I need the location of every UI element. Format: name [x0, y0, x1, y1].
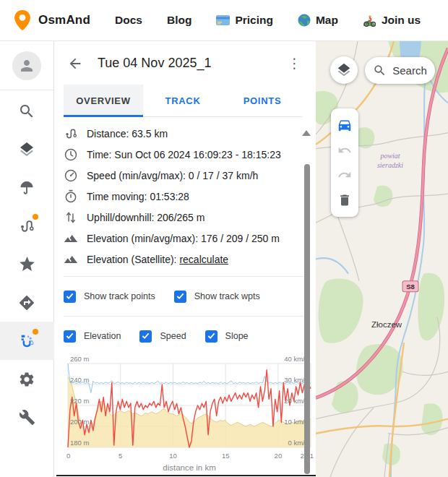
check-icon: [176, 293, 184, 300]
show-track-wpts-checkbox[interactable]: [174, 291, 186, 303]
speed-checkbox[interactable]: [139, 330, 152, 343]
globe-icon: [298, 14, 311, 27]
stat-distance: Distance: 63.5 km: [64, 123, 294, 144]
route-icon: [18, 218, 35, 235]
delete-button[interactable]: [334, 189, 356, 211]
brand-name: OsmAnd: [38, 13, 90, 27]
stat-speed: Speed (min/avg/max): 0 / 17 / 37 km/h: [64, 165, 294, 186]
elevation-speed-slope-chart[interactable]: 260 m40 km/h240 m30 km/h220 m20 km/h200 …: [64, 356, 315, 462]
divider: [64, 276, 303, 277]
tab-track[interactable]: TRACK: [143, 85, 223, 116]
sidebar-item-search[interactable]: [0, 92, 54, 130]
check-icon: [207, 332, 215, 340]
tab-overview[interactable]: OVERVIEW: [64, 85, 143, 116]
road-badge-s8: S8: [402, 281, 418, 292]
nav-map[interactable]: Map: [298, 14, 338, 27]
stat-uphill-downhill: Uphill/downhill: 206/265 m: [64, 207, 294, 228]
mountain-icon: [64, 231, 78, 246]
toggle-show-track-points: Show track points: [64, 291, 155, 303]
stat-speed-text: Speed (min/avg/max): 0 / 17 / 37 km/h: [87, 170, 258, 181]
stat-time-text: Time: Sun Oct 06 2024 16:09:23 - 18:15:2…: [87, 149, 281, 160]
track-display-toggles: Show track points Show track wpts: [64, 283, 294, 309]
layers-icon: [336, 62, 352, 78]
redo-button[interactable]: [334, 164, 356, 186]
map-canvas[interactable]: S8 powiat sieradzki Złoczew: [316, 41, 448, 477]
stat-elevation-satellite-text: Elevation (Satellite): recalculate: [87, 254, 228, 265]
sidebar-item-tracks[interactable]: [0, 207, 54, 245]
svg-text:20: 20: [275, 452, 283, 460]
stat-elevation-satellite-label: Elevation (Satellite):: [87, 254, 179, 265]
sidebar-item-tools[interactable]: [0, 398, 54, 437]
nav-pricing[interactable]: Pricing: [216, 14, 273, 27]
check-icon: [142, 332, 150, 340]
scrollbar-up-arrow[interactable]: [302, 130, 311, 136]
speedometer-icon: [64, 168, 78, 183]
sidebar-item-favorites[interactable]: [0, 245, 54, 283]
show-track-points-label: Show track points: [84, 291, 155, 301]
sidebar-item-settings[interactable]: [0, 360, 54, 398]
search-icon: [18, 103, 35, 120]
track-chart[interactable]: 260 m40 km/h240 m30 km/h220 m20 km/h200 …: [64, 356, 294, 472]
scrollbar-thumb[interactable]: [304, 164, 310, 474]
svg-text:240 m: 240 m: [70, 376, 89, 384]
wrench-icon: [19, 409, 35, 426]
back-button[interactable]: [66, 54, 85, 73]
show-track-points-checkbox[interactable]: [64, 291, 76, 303]
account-avatar[interactable]: [12, 51, 41, 80]
map-layers-button[interactable]: [330, 56, 358, 84]
nav-map-label: Map: [316, 14, 338, 27]
sidebar-item-layers[interactable]: [0, 130, 54, 168]
toggle-elevation: Elevation: [64, 330, 121, 343]
toggle-show-track-wpts: Show track wpts: [174, 291, 260, 303]
chart-x-axis-label: distance in km: [64, 463, 315, 472]
map-search-button[interactable]: Search: [365, 57, 435, 84]
left-sidebar: [0, 41, 54, 477]
nav-join-us-label: Join us: [382, 14, 421, 27]
navigation-profile-button[interactable]: [334, 114, 356, 136]
track-title: Tue 04 Nov 2025_1: [98, 56, 283, 71]
directions-icon: [18, 294, 35, 311]
star-icon: [18, 255, 36, 273]
cyclist-icon: [363, 14, 376, 27]
nav-docs-label: Docs: [115, 14, 142, 27]
person-icon: [18, 57, 35, 74]
svg-text:200 m: 200 m: [70, 418, 89, 426]
brand[interactable]: OsmAnd: [13, 9, 90, 31]
elevation-label: Elevation: [84, 331, 121, 341]
stat-distance-text: Distance: 63.5 km: [87, 128, 168, 139]
map-edit-toolbar: [331, 108, 358, 217]
speed-label: Speed: [160, 331, 186, 341]
map-search-label: Search: [392, 64, 427, 77]
svg-text:220 m: 220 m: [70, 397, 89, 405]
tab-bar: OVERVIEW TRACK POINTS: [64, 85, 302, 117]
recalculate-link[interactable]: recalculate: [179, 254, 228, 265]
svg-text:0: 0: [66, 452, 70, 460]
map-view[interactable]: S8 powiat sieradzki Złoczew Search: [316, 41, 448, 477]
sidebar-item-navigation[interactable]: [0, 283, 54, 322]
trash-icon: [337, 193, 352, 207]
more-options-button[interactable]: ⋮: [283, 55, 306, 72]
tracks-badge-dot: [33, 214, 38, 220]
top-navbar: OsmAnd Docs Blog Pricing Map: [0, 0, 448, 41]
umbrella-icon: [18, 179, 35, 197]
nav-join-us[interactable]: Join us: [363, 14, 421, 27]
undo-button[interactable]: [334, 139, 356, 161]
sidebar-item-weather[interactable]: [0, 168, 54, 207]
stat-time-moving: Time moving: 01:53:28: [64, 186, 294, 207]
sidebar-item-cloud-tracks[interactable]: [0, 322, 54, 360]
stat-elevation-text: Elevation (min/avg/max): 176 / 209 / 250…: [87, 233, 280, 244]
stat-elevation: Elevation (min/avg/max): 176 / 209 / 250…: [64, 228, 294, 249]
elevation-checkbox[interactable]: [64, 330, 76, 343]
s8-badge-label: S8: [406, 283, 415, 291]
redo-icon: [337, 168, 352, 182]
slope-checkbox[interactable]: [205, 330, 217, 343]
clock-icon: [64, 147, 78, 162]
nav-blog[interactable]: Blog: [167, 14, 191, 27]
nav-docs[interactable]: Docs: [115, 14, 142, 27]
layers-icon: [18, 141, 35, 158]
nav-blog-label: Blog: [167, 14, 191, 27]
car-icon: [337, 117, 353, 133]
credit-card-icon: [216, 15, 230, 25]
osmand-logo-icon: [13, 9, 32, 31]
tab-points[interactable]: POINTS: [223, 85, 302, 116]
